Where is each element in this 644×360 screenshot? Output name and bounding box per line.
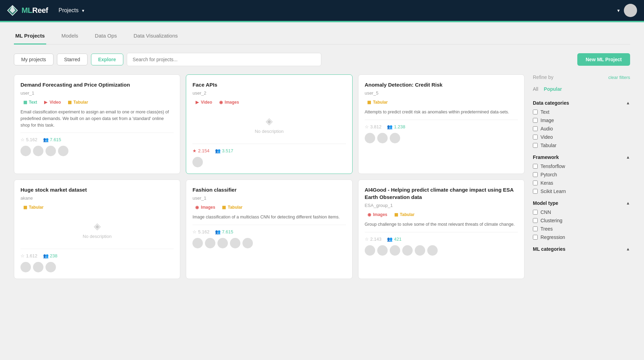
- filter-checkbox[interactable]: [533, 172, 538, 177]
- tag-tabular: ▦ Tabular: [20, 204, 46, 210]
- tag-label: Images: [201, 205, 215, 210]
- filter-option[interactable]: Video: [533, 134, 630, 140]
- filter-option[interactable]: Trees: [533, 226, 630, 232]
- tag-row: ▦ Tabular: [365, 99, 518, 105]
- tab-data-ops[interactable]: Data Ops: [93, 29, 118, 45]
- all-filter-button[interactable]: All: [533, 85, 538, 93]
- filter-checkbox[interactable]: [533, 210, 538, 215]
- project-card[interactable]: Huge stock market dataset akane ▦ Tabula…: [14, 179, 180, 279]
- starred-button[interactable]: Starred: [57, 54, 88, 65]
- stats-row: ☆ 1.612 👥 238: [20, 253, 174, 258]
- tag-images: ◉ Images: [216, 99, 241, 105]
- star-count: 5.162: [26, 137, 38, 142]
- filter-option[interactable]: Image: [533, 118, 630, 123]
- followers-icon: 👥: [387, 124, 393, 129]
- data-categories-collapse-icon[interactable]: ▲: [626, 101, 630, 105]
- model-type-header: Model type ▲: [533, 200, 630, 206]
- framework-collapse-icon[interactable]: ▲: [626, 155, 630, 160]
- filter-option[interactable]: Tabular: [533, 143, 630, 148]
- filter-checkbox[interactable]: [533, 135, 538, 139]
- filter-checkbox[interactable]: [533, 181, 538, 185]
- tab-data-visualizations[interactable]: Data Visualizations: [132, 29, 179, 45]
- filter-option[interactable]: Tensforflow: [533, 163, 630, 169]
- filter-option[interactable]: Regression: [533, 234, 630, 240]
- filter-checkbox[interactable]: [533, 235, 538, 240]
- tab-ml-projects[interactable]: ML Projects: [14, 29, 46, 45]
- logo[interactable]: MLReef: [7, 5, 48, 16]
- filter-option[interactable]: CNN: [533, 209, 630, 215]
- filter-checkbox[interactable]: [533, 189, 538, 194]
- tag-icon: ▦: [222, 205, 226, 210]
- filter-checkbox[interactable]: [533, 226, 538, 231]
- tag-row: ◉ Images ▦ Tabular: [365, 211, 518, 218]
- filter-option[interactable]: Text: [533, 109, 630, 115]
- tag-label: Text: [29, 100, 37, 105]
- filter-checkbox[interactable]: [533, 164, 538, 169]
- model-type-collapse-icon[interactable]: ▲: [626, 201, 630, 206]
- filter-option[interactable]: Keras: [533, 180, 630, 186]
- new-ml-project-button[interactable]: New ML Project: [577, 53, 630, 66]
- followers-stat: 👥 421: [387, 237, 402, 242]
- filter-row: My projects Starred Explore New ML Proje…: [14, 53, 630, 66]
- filter-option[interactable]: Clustering: [533, 218, 630, 223]
- mini-avatar: [377, 133, 388, 143]
- filter-checkbox[interactable]: [533, 218, 538, 223]
- search-input[interactable]: [127, 53, 321, 66]
- avatars-row: [192, 238, 346, 248]
- my-projects-button[interactable]: My projects: [14, 54, 53, 65]
- project-user: user_2: [192, 90, 346, 96]
- mini-avatar: [20, 146, 31, 156]
- tag-label: Tabular: [73, 100, 88, 105]
- mini-avatar: [402, 245, 413, 256]
- tab-models[interactable]: Models: [60, 29, 80, 45]
- no-description-label: No description: [83, 234, 112, 239]
- avatar[interactable]: [624, 4, 637, 17]
- star-icon: ☆: [192, 229, 197, 234]
- followers-icon: 👥: [43, 253, 49, 258]
- stats-row: ☆ 2.143 👥 421: [365, 237, 518, 242]
- mini-avatar: [230, 238, 240, 248]
- projects-nav[interactable]: Projects ▾: [58, 7, 84, 14]
- project-card[interactable]: Anomaly Detection: Credit Risk user_5 ▦ …: [358, 74, 525, 174]
- stats-row: ☆ 3.812 👥 1.238: [365, 124, 518, 129]
- header-right: ▾: [617, 4, 637, 17]
- filter-option[interactable]: Audio: [533, 126, 630, 131]
- framework-header: Framework ▲: [533, 154, 630, 160]
- project-card[interactable]: Demand Forecasting and Price Optimizatio…: [14, 74, 180, 174]
- filter-checkbox[interactable]: [533, 143, 538, 148]
- card-footer: ☆ 5.162 👥 7.615: [20, 133, 174, 156]
- filter-option[interactable]: Scikit Learn: [533, 189, 630, 194]
- diamond-placeholder-icon: ◈: [266, 116, 273, 127]
- filter-option-label: Text: [540, 109, 550, 115]
- filter-option-label: Image: [540, 118, 554, 123]
- diamond-placeholder-icon: ◈: [94, 221, 101, 232]
- followers-count: 7.615: [50, 137, 61, 142]
- project-title: Huge stock market dataset: [20, 186, 174, 193]
- popular-filter-button[interactable]: Popular: [544, 85, 562, 93]
- filter-checkbox[interactable]: [533, 118, 538, 123]
- main-tabs: ML Projects Models Data Ops Data Visuali…: [14, 29, 630, 45]
- filter-checkbox[interactable]: [533, 126, 538, 131]
- stats-row: ☆ 5.162 👥 7.615: [20, 137, 174, 142]
- project-card[interactable]: Face APIs user_2 ▶ Video ◉ Images ◈ No d…: [186, 74, 352, 174]
- explore-button[interactable]: Explore: [91, 54, 123, 65]
- logo-text: MLReef: [22, 6, 48, 15]
- clear-filters-button[interactable]: clear filters: [608, 75, 630, 80]
- star-count: 2.143: [370, 237, 382, 242]
- mini-avatar: [415, 245, 425, 256]
- filter-option-label: Tensforflow: [540, 163, 565, 169]
- tag-label: Images: [225, 100, 239, 105]
- followers-icon: 👥: [43, 137, 49, 142]
- project-card[interactable]: AI4Good - Helping predict climate change…: [358, 179, 525, 279]
- nav-chevron-icon: ▾: [82, 8, 84, 13]
- project-card[interactable]: Fashion classifier user_1 ◉ Images ▦ Tab…: [186, 179, 352, 279]
- filter-option[interactable]: Pytorch: [533, 172, 630, 177]
- refine-header: Refine by clear filters: [533, 74, 630, 80]
- filter-checkbox[interactable]: [533, 110, 538, 114]
- filter-option-label: CNN: [540, 209, 551, 215]
- ml-categories-title: ML categories: [533, 246, 565, 252]
- data-categories-options: TextImageAudioVideoTabular: [533, 109, 630, 148]
- mini-avatar: [390, 245, 400, 256]
- ml-categories-collapse-icon[interactable]: ▲: [626, 247, 630, 251]
- mini-avatar: [46, 146, 56, 156]
